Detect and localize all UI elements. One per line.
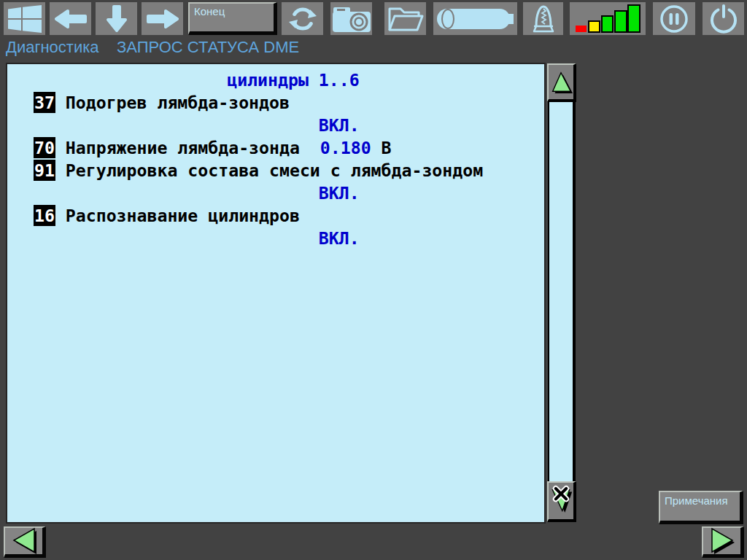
camera-icon: [331, 4, 372, 34]
power-icon: [708, 3, 740, 35]
pad: [55, 138, 66, 158]
notes-button[interactable]: Примечания: [659, 491, 743, 524]
end-button[interactable]: Конец: [188, 2, 277, 35]
pad: [13, 228, 319, 248]
status-line: 70 Напряжение лямбда-зонда 0.180 В: [13, 136, 544, 159]
status-line: ВКЛ.: [13, 114, 544, 136]
power-button[interactable]: [703, 2, 744, 35]
triangle-right-icon: [708, 527, 737, 555]
pad: [13, 138, 34, 158]
scroll-up-button[interactable]: [547, 63, 576, 102]
back-button[interactable]: [50, 2, 91, 35]
pause-button[interactable]: [653, 2, 695, 35]
pad: [13, 183, 319, 203]
status-line: 37 Подогрев лямбда-зондов: [13, 91, 544, 114]
pad: [13, 93, 34, 112]
refresh-icon: [286, 4, 320, 34]
status-list: цилиндры 1..6 37 Подогрев лямбда-зондов …: [7, 64, 544, 249]
status-label: Напряжение лямбда-зонда: [66, 138, 300, 158]
status-panel: цилиндры 1..6 37 Подогрев лямбда-зондов …: [6, 63, 546, 524]
status-value: ВКЛ.: [319, 115, 360, 135]
status-id-badge: 16: [34, 205, 55, 226]
pad: [13, 115, 319, 135]
pad: [55, 93, 66, 112]
previous-page-button[interactable]: [4, 526, 46, 558]
status-value: 0.180: [320, 138, 371, 158]
lamp-icon: [529, 4, 558, 34]
triangle-up-icon: [549, 69, 573, 96]
status-id-badge: 37: [34, 92, 55, 113]
arrow-right-icon: [147, 8, 179, 30]
next-page-button[interactable]: [702, 526, 744, 558]
down-button[interactable]: [96, 2, 137, 35]
status-line: 91 Регулировка состава смеси с лямбда-зо…: [13, 159, 544, 182]
pad: [13, 160, 34, 180]
pad: [13, 70, 227, 90]
status-line: ВКЛ.: [13, 227, 544, 249]
windows-logo-icon: [8, 5, 42, 33]
triangle-down-close-icon: [549, 483, 573, 518]
diagnostic-terminal: { "header": { "app_title": "Диагностика"…: [0, 0, 747, 560]
cylinder-icon: [436, 4, 516, 34]
status-value: ВКЛ.: [319, 228, 360, 248]
lamp-button[interactable]: [523, 2, 563, 35]
signal-strength-button[interactable]: [570, 2, 646, 35]
status-line: ВКЛ.: [13, 182, 544, 204]
pad: [55, 160, 66, 180]
status-id-badge: 91: [34, 160, 55, 181]
status-value: ВКЛ.: [319, 183, 360, 203]
triangle-left-icon: [9, 527, 39, 555]
screenshot-button[interactable]: [330, 2, 372, 35]
signal-bars-icon: [571, 2, 644, 35]
status-line: 16 Распознавание цилиндров: [13, 204, 544, 227]
status-id-badge: 70: [34, 137, 55, 158]
scroll-down-close-button[interactable]: [547, 481, 576, 522]
app-title: Диагностика: [6, 38, 99, 57]
pad: [13, 206, 34, 225]
pause-icon: [658, 3, 690, 35]
refresh-button[interactable]: [282, 2, 323, 35]
status-label: Регулировка состава смеси с лямбда-зондо…: [66, 160, 483, 180]
page-title: ЗАПРОС СТАТУСА DME: [117, 38, 299, 57]
folder-icon: [387, 5, 424, 33]
cylinders-header: цилиндры 1..6: [227, 70, 359, 90]
pad: [300, 138, 320, 158]
pad: [55, 206, 66, 225]
arrow-left-icon: [55, 8, 87, 30]
print-roll-button[interactable]: [433, 2, 517, 35]
forward-button[interactable]: [142, 2, 183, 35]
end-button-label: Конец: [190, 4, 274, 18]
status-unit: В: [371, 138, 392, 158]
arrow-down-icon: [105, 5, 128, 33]
open-folder-button[interactable]: [384, 2, 426, 35]
status-label: Подогрев лямбда-зондов: [66, 93, 290, 112]
status-label: Распознавание цилиндров: [66, 206, 300, 225]
status-line: цилиндры 1..6: [13, 69, 544, 91]
scrollbar-track[interactable]: [548, 102, 576, 481]
notes-button-label: Примечания: [660, 492, 740, 507]
windows-menu-button[interactable]: [4, 2, 45, 35]
